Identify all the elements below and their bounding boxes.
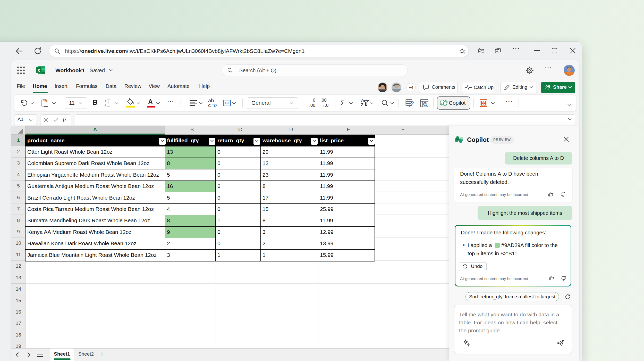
svg-text:X: X [37, 68, 40, 73]
